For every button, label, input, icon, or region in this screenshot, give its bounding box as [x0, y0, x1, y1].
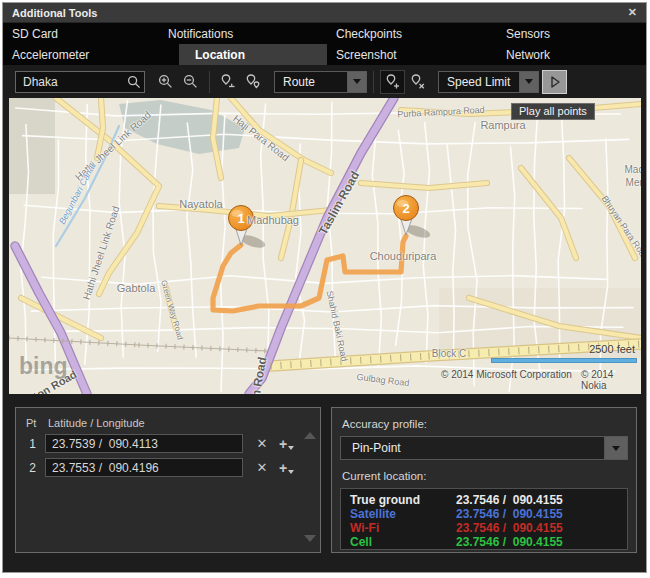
- point-latlng-input[interactable]: [45, 434, 243, 453]
- bottom-section: Pt Latitude / Longitude 1 ✕ + 2 ✕ + Accu…: [3, 394, 646, 553]
- map-toolbar: Route Speed Limit: [3, 65, 646, 98]
- fit-all-pins-button[interactable]: [216, 70, 241, 94]
- play-all-points-button[interactable]: [542, 70, 567, 94]
- table-row: 1 ✕ +: [26, 434, 314, 453]
- zoom-out-icon: [183, 74, 198, 89]
- close-icon[interactable]: ✕: [628, 7, 637, 18]
- route-mode-value[interactable]: Route: [274, 71, 348, 93]
- col-pt: Pt: [26, 417, 48, 429]
- marker-number: 1: [237, 211, 244, 226]
- add-point-icon[interactable]: +: [279, 437, 294, 451]
- speed-limit-combo: Speed Limit: [438, 71, 539, 93]
- tab-sd-card[interactable]: SD Card: [3, 23, 159, 44]
- current-location-row: Satellite 23.7546 / 090.4155: [350, 507, 618, 521]
- tab-location-active[interactable]: Location: [179, 44, 327, 65]
- chevron-down-icon: [288, 446, 294, 450]
- center-pins-icon: [246, 74, 261, 89]
- delete-point-icon[interactable]: ✕: [255, 436, 269, 451]
- window-title: Additional Tools: [12, 7, 97, 19]
- clear-pins-icon: [410, 74, 425, 89]
- table-row: 2 ✕ +: [26, 458, 314, 477]
- speed-limit-value[interactable]: Speed Limit: [438, 71, 520, 93]
- copyright-microsoft: © 2014 Microsoft Corporation: [441, 369, 572, 380]
- speed-limit-arrow[interactable]: [520, 71, 539, 93]
- accuracy-profile-label: Accuracy profile:: [342, 418, 636, 430]
- zoom-in-icon: [158, 74, 173, 89]
- center-on-pins-button[interactable]: [241, 70, 266, 94]
- search-icon: [127, 75, 141, 89]
- current-location-label: Current location:: [342, 470, 636, 482]
- route-path: [213, 236, 406, 311]
- current-location-box: True ground 23.7546 / 090.4155 Satellite…: [340, 488, 628, 550]
- accuracy-profile-arrow[interactable]: [605, 436, 628, 460]
- current-location-row: Wi-Fi 23.7546 / 090.4155: [350, 521, 618, 535]
- tab-screenshot[interactable]: Screenshot: [327, 44, 497, 65]
- current-location-row: True ground 23.7546 / 090.4155: [350, 493, 618, 507]
- map-scale-bar: [491, 358, 637, 363]
- col-latlng: Latitude / Longitude: [48, 417, 145, 429]
- tab-strip: SD Card Notifications Checkpoints Sensor…: [3, 23, 646, 65]
- zoom-out-button[interactable]: [178, 70, 203, 94]
- add-pin-icon: [385, 74, 400, 89]
- additional-tools-window: Additional Tools ✕ SD Card Notifications…: [2, 2, 647, 573]
- fit-pins-icon: [221, 74, 236, 89]
- play-all-points-tooltip: Play all points: [511, 103, 595, 120]
- points-table-header: Pt Latitude / Longitude: [26, 417, 320, 429]
- bing-logo: bing: [19, 353, 68, 380]
- marker-number: 2: [402, 201, 409, 216]
- tab-accelerometer[interactable]: Accelerometer: [3, 44, 159, 65]
- chevron-down-icon: [353, 79, 361, 84]
- current-location-row: Cell 23.7546 / 090.4155: [350, 535, 618, 549]
- scroll-up-icon[interactable]: [304, 432, 316, 439]
- route-mode-arrow[interactable]: [348, 71, 367, 93]
- tab-checkpoints[interactable]: Checkpoints: [327, 23, 497, 44]
- chevron-down-icon: [288, 470, 294, 474]
- delete-point-icon[interactable]: ✕: [255, 460, 269, 475]
- zoom-in-button[interactable]: [153, 70, 178, 94]
- tab-sensors[interactable]: Sensors: [497, 23, 646, 44]
- accuracy-profile-combo: Pin-Point: [340, 436, 628, 460]
- play-icon: [548, 75, 562, 89]
- search-input[interactable]: [15, 71, 145, 93]
- tab-notifications[interactable]: Notifications: [159, 23, 327, 44]
- chevron-down-icon: [525, 79, 533, 84]
- chevron-down-icon: [612, 446, 620, 451]
- point-latlng-input[interactable]: [45, 458, 243, 477]
- add-pin-button[interactable]: [380, 70, 405, 94]
- title-bar: Additional Tools ✕: [3, 3, 646, 23]
- route-mode-combo: Route: [274, 71, 367, 93]
- add-point-icon[interactable]: +: [279, 461, 294, 475]
- tab-network[interactable]: Network: [497, 44, 646, 65]
- toolbar-divider: [209, 71, 210, 93]
- copyright-nokia: © 2014 Nokia: [581, 369, 641, 391]
- toolbar-divider: [373, 71, 374, 93]
- scroll-down-icon[interactable]: [304, 535, 316, 542]
- point-number: 2: [26, 461, 39, 475]
- accuracy-panel: Accuracy profile: Pin-Point Current loca…: [331, 407, 637, 553]
- map[interactable]: 12 Hathi Jheel Link RoadHathi Jheel Link…: [9, 98, 641, 394]
- point-number: 1: [26, 437, 39, 451]
- accuracy-profile-value[interactable]: Pin-Point: [340, 436, 605, 460]
- map-scale-text: 2500 feet: [589, 343, 635, 355]
- points-scrollbar[interactable]: [301, 424, 317, 544]
- clear-pins-button[interactable]: [405, 70, 430, 94]
- search-box: [15, 71, 145, 93]
- points-panel: Pt Latitude / Longitude 1 ✕ + 2 ✕ +: [15, 407, 321, 553]
- map-canvas: 12: [9, 98, 641, 394]
